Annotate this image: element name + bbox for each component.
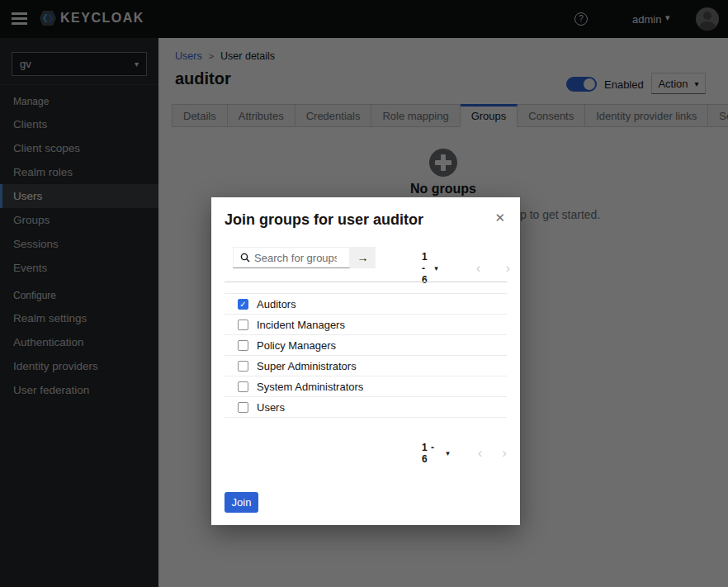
- group-label-users: Users: [257, 401, 285, 414]
- search-input[interactable]: [254, 252, 337, 264]
- group-label-incident-managers: Incident Managers: [257, 319, 345, 331]
- group-search: [233, 247, 350, 268]
- modal-toolbar: → 1 - 6 ▾ ‹ ›: [233, 247, 507, 268]
- group-row-users: Users: [225, 397, 507, 418]
- group-row-auditors: ✓Auditors: [225, 294, 507, 315]
- group-list: ✓AuditorsIncident ManagersPolicy Manager…: [225, 293, 507, 418]
- pagination-range: 1 - 6: [422, 442, 439, 465]
- join-button[interactable]: Join: [225, 492, 258, 513]
- keycloak-admin-console: KEYCLOAK ? admin ▾ gv ▾ ManageClientsCli…: [0, 0, 728, 587]
- search-icon: [240, 253, 250, 263]
- pagination-top: 1 - 6 ▾ ‹ ›: [422, 251, 510, 286]
- checkbox-policy-managers[interactable]: [238, 340, 248, 351]
- pagination-caret-icon[interactable]: ▾: [434, 264, 438, 272]
- pagination-next-icon[interactable]: ›: [502, 447, 507, 459]
- pagination-next-icon[interactable]: ›: [505, 263, 510, 274]
- group-label-auditors: Auditors: [257, 298, 296, 310]
- checkbox-super-administrators[interactable]: [238, 361, 248, 372]
- pagination-prev-icon[interactable]: ‹: [478, 447, 483, 459]
- pagination-caret-icon[interactable]: ▾: [446, 449, 450, 457]
- checkbox-users[interactable]: [238, 402, 248, 413]
- close-icon[interactable]: ✕: [494, 211, 505, 225]
- group-label-policy-managers: Policy Managers: [257, 339, 336, 352]
- group-row-system-administrators: System Administrators: [225, 376, 507, 397]
- group-label-system-administrators: System Administrators: [257, 381, 363, 393]
- pagination-bottom-wrap: 1 - 6 ▾ ‹ ›: [233, 442, 507, 458]
- group-row-incident-managers: Incident Managers: [225, 315, 507, 335]
- group-label-super-administrators: Super Administrators: [257, 360, 357, 372]
- modal-title: Join groups for user auditor: [225, 211, 423, 229]
- search-submit-arrow-icon[interactable]: →: [350, 247, 376, 268]
- pagination-range: 1 - 6: [422, 251, 428, 286]
- toolbar-divider: [225, 282, 507, 282]
- checkbox-system-administrators[interactable]: [238, 381, 248, 392]
- checkbox-auditors[interactable]: ✓: [238, 299, 248, 310]
- join-groups-modal: Join groups for user auditor ✕ → 1 - 6 ▾…: [211, 197, 520, 525]
- pagination-bottom: 1 - 6 ▾ ‹ ›: [422, 442, 507, 465]
- checkbox-incident-managers[interactable]: [238, 320, 248, 330]
- group-row-policy-managers: Policy Managers: [225, 335, 507, 356]
- group-row-super-administrators: Super Administrators: [225, 356, 507, 376]
- pagination-prev-icon[interactable]: ‹: [476, 263, 481, 274]
